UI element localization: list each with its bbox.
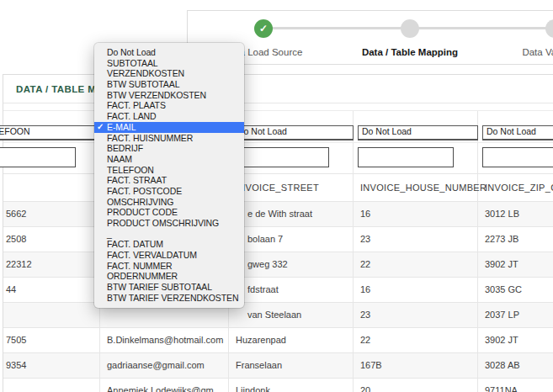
cell-phone: 5662 [3, 202, 100, 226]
step-current-icon[interactable] [401, 19, 419, 38]
menu-item-fact-land[interactable]: FACT. LAND [94, 111, 244, 122]
cell-street: Franselaan [229, 353, 354, 378]
stepper-connector [263, 27, 410, 29]
menu-item-e-mail-selected[interactable]: ✓E-MAIL [94, 122, 244, 133]
menu-item-telefoon[interactable]: TELEFOON [94, 165, 244, 176]
cell-phone: 44 [3, 278, 100, 302]
column-mapping-select[interactable]: Do Not Load [482, 125, 553, 140]
menu-item-product-omschrijving[interactable]: PRODUCT OMSCHRIJVING [94, 218, 244, 229]
cell-street: fdstraat [229, 278, 354, 302]
table-row: 22312 gweg 332 22 3902 JT [3, 252, 553, 278]
column-filter-input[interactable] [233, 147, 329, 167]
cell-phone: 22312 [3, 252, 100, 277]
stepper-connector [410, 27, 553, 29]
menu-item-fact-postcode[interactable]: FACT. POSTCODE [94, 186, 244, 197]
checkmark-icon: ✓ [97, 122, 104, 133]
menu-item-do-not-load[interactable]: Do Not Load [94, 47, 244, 58]
cell-street: gweg 332 [229, 252, 354, 277]
menu-item-btw-tarief-verzendkosten[interactable]: BTW TARIEF VERZENDKOSTEN [94, 293, 244, 304]
cell-house-number: 22 [354, 328, 478, 352]
table-row: 5662 e de With straat 16 3012 LB [3, 202, 553, 227]
menu-item-fact-straat[interactable]: FACT. STRAAT [94, 175, 244, 186]
panel-title: DATA / TABLE MAPPING [3, 75, 553, 103]
column-filter-input[interactable] [0, 147, 76, 167]
menu-item-naam[interactable]: NAAM [94, 154, 244, 165]
table-row: 44 fdstraat 16 3035 GC [3, 278, 553, 303]
menu-item-fact-plaats[interactable]: FACT. PLAATS [94, 100, 244, 111]
cell-house-number: 167B [354, 353, 478, 378]
cell-zip-code: 3902 JT [478, 252, 553, 277]
step-complete-icon[interactable]: ✓ [254, 19, 273, 38]
table-row: 2508 bolaan 7 23 2273 JB [3, 227, 553, 252]
mapping-panel: DATA / TABLE MAPPING TELEFOON E-MAIL Do … [3, 74, 553, 392]
source-header-row: INVOICE_STREET INVOICE_HOUSE_NUMBER INVO… [3, 174, 553, 202]
table-row: 9354 gadriaanse@gmail.com Franselaan 167… [3, 353, 553, 379]
cell-zip-code: 9711NA [478, 379, 553, 392]
cell-phone: 7505 [3, 328, 100, 352]
menu-item-btw-verzendkosten[interactable]: BTW VERZENDKOSTEN [94, 90, 244, 101]
table-row: Annemiek.Lodewijks@gmail.com Lijndonk 20… [3, 379, 553, 392]
mapping-options-menu: Do Not Load SUBTOTAAL VERZENDKOSTEN BTW … [94, 43, 244, 308]
source-column-header: INVOICE_STREET [229, 174, 354, 201]
cell-email: gadriaanse@gmail.com [100, 353, 229, 378]
cell-house-number: 23 [354, 227, 478, 252]
cell-phone: 2508 [3, 227, 100, 252]
cell-phone [3, 379, 100, 392]
menu-item-subtotaal[interactable]: SUBTOTAAL [94, 58, 244, 69]
menu-item-product-code[interactable]: PRODUCT CODE [94, 207, 244, 218]
menu-item-separator[interactable]: _ [94, 229, 244, 240]
cell-phone: 9354 [3, 353, 100, 378]
cell-house-number: 16 [354, 202, 478, 226]
column-filter-input[interactable] [358, 147, 454, 167]
cell-street: bolaan 7 [229, 227, 354, 252]
source-column-header: INVOICE_ZIP_CODE [478, 174, 553, 201]
step-label-data-table-mapping: Data / Table Mapping [362, 47, 458, 57]
column-mapping-select[interactable]: Do Not Load [233, 125, 354, 140]
cell-house-number: 22 [354, 252, 478, 277]
menu-item-btw-tarief-subtotaal[interactable]: BTW TARIEF SUBTOTAAL [94, 282, 244, 293]
mapping-select-row: TELEFOON E-MAIL Do Not Load Do Not Load … [3, 111, 553, 143]
cell-zip-code: 2273 JB [478, 227, 553, 252]
cell-street: Lijndonk [229, 379, 354, 392]
cell-street: e de With straat [229, 202, 354, 226]
import-wizard-screen: ✓ Data Load Source Data / Table Mapping … [0, 0, 553, 392]
menu-item-fact-nummer[interactable]: FACT. NUMMER [94, 261, 244, 272]
menu-item-label: E-MAIL [107, 122, 136, 132]
source-column-header [3, 174, 100, 201]
step-label-data-validation: Data Validation [522, 47, 553, 57]
cell-street: van Steelaan [229, 303, 354, 327]
menu-item-ordernummer[interactable]: ORDERNUMMER [94, 271, 244, 282]
menu-item-fact-datum[interactable]: FACT. DATUM [94, 239, 244, 250]
source-column-header: INVOICE_HOUSE_NUMBER [354, 174, 478, 201]
cell-house-number: 16 [354, 278, 478, 302]
cell-email: Annemiek.Lodewijks@gmail.com [100, 379, 229, 392]
menu-item-fact-huisnummer[interactable]: FACT. HUISNUMMER [94, 133, 244, 144]
menu-item-btw-subtotaal[interactable]: BTW SUBTOTAAL [94, 79, 244, 90]
cell-zip-code: 3902 JT [478, 328, 553, 352]
cell-house-number: 20 [354, 379, 478, 392]
column-mapping-select[interactable]: Do Not Load [358, 125, 478, 140]
column-filter-input[interactable] [482, 147, 553, 167]
cell-house-number: 23 [354, 303, 478, 327]
cell-zip-code: 2037 LP [478, 303, 553, 327]
cell-zip-code: 3012 LB [478, 202, 553, 226]
column-mapping-select[interactable]: TELEFOON [0, 125, 103, 140]
step-upcoming-icon[interactable] [545, 19, 553, 38]
cell-zip-code: 3035 GC [478, 278, 553, 302]
cell-street: Huzarenpad [229, 328, 354, 352]
menu-item-verzendkosten[interactable]: VERZENDKOSTEN [94, 68, 244, 79]
menu-item-fact-vervaldatum[interactable]: FACT. VERVALDATUM [94, 250, 244, 261]
menu-item-omschrijving[interactable]: OMSCHRIJVING [94, 197, 244, 208]
cell-zip-code: 3028 AB [478, 353, 553, 378]
filter-input-row [3, 143, 553, 174]
cell-email: B.Dinkelmans@hotmail.com [100, 328, 229, 352]
mapping-table: TELEFOON E-MAIL Do Not Load Do Not Load … [3, 110, 553, 392]
table-row: 7505 B.Dinkelmans@hotmail.com Huzarenpad… [3, 328, 553, 353]
table-row: van Steelaan 23 2037 LP [3, 303, 553, 328]
cell-phone [3, 303, 100, 327]
menu-item-bedrijf[interactable]: BEDRIJF [94, 143, 244, 154]
